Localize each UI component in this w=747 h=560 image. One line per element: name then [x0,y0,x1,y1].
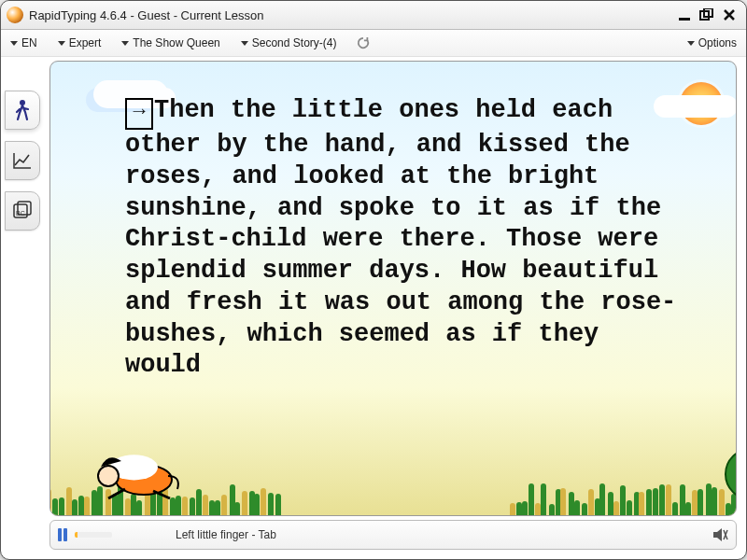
svg-rect-0 [679,18,690,21]
refresh-icon[interactable] [357,36,370,49]
lesson-canvas: for(let i=0;i<36;i++){document.write('<d… [49,61,737,516]
app-window: RapidTyping 4.6.4 - Guest - Current Less… [0,0,747,560]
lesson-text-body: Then the little ones held each other by … [125,96,676,379]
course-dropdown[interactable]: The Show Queen [121,36,219,49]
typing-cursor: → [125,98,153,130]
progress-bar [75,532,112,538]
chevron-down-icon [58,41,65,46]
pause-button[interactable] [58,528,69,541]
svg-point-9 [98,466,119,486]
tab-courses[interactable]: BC [5,191,40,231]
chevron-down-icon [241,41,248,46]
lesson-cards-icon: BC [12,201,33,221]
chart-line-icon [12,151,33,170]
mute-icon[interactable] [712,526,728,543]
maximize-button[interactable] [696,5,718,25]
minimize-button[interactable] [673,5,696,25]
typing-text[interactable]: →Then the little ones held each other by… [125,95,680,469]
lesson-dropdown[interactable]: Second Story-(4) [241,36,337,49]
tab-lesson[interactable] [5,91,40,130]
grass-decoration: for(let i=0;i<36;i++){document.write('<d… [508,472,737,515]
status-bar: Left little finger - Tab [49,520,737,550]
window-title: RapidTyping 4.6.4 - Guest - Current Less… [29,8,263,22]
person-walking-icon [14,99,31,121]
finger-hint: Left little finger - Tab [176,528,276,541]
app-icon [7,7,23,23]
language-dropdown[interactable]: EN [10,36,37,49]
svg-text:BC: BC [16,210,25,217]
level-dropdown[interactable]: Expert [58,36,102,49]
chevron-down-icon [687,41,695,46]
close-button[interactable] [718,5,740,25]
sun-decoration [680,82,723,125]
toolbar: EN Expert The Show Queen Second Story-(4… [1,30,746,57]
title-bar: RapidTyping 4.6.4 - Guest - Current Less… [1,1,746,30]
options-dropdown[interactable]: Options [687,36,737,49]
chevron-down-icon [10,41,18,46]
sidebar: BC [1,55,44,539]
tab-stats[interactable] [5,141,40,180]
chevron-down-icon [121,41,129,46]
